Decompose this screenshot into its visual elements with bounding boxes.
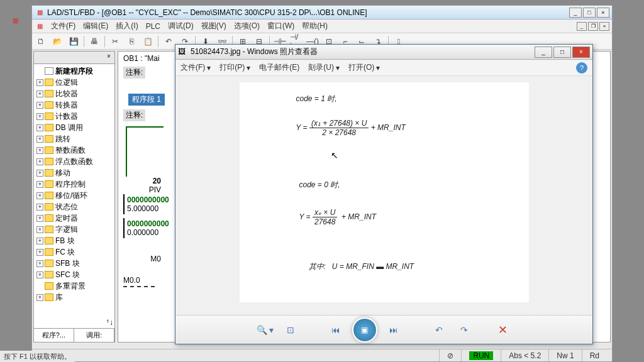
pv-menu-print[interactable]: 打印(P) ▾ [219, 62, 250, 73]
expand-icon[interactable]: + [36, 204, 43, 211]
mdi-close[interactable]: × [599, 22, 609, 31]
expand-icon[interactable]: + [36, 249, 43, 256]
delete-icon[interactable]: ✕ [494, 321, 512, 339]
segment-header[interactable]: 程序段 1 [128, 94, 165, 106]
pv-menu-open[interactable]: 打开(O) ▾ [348, 62, 380, 73]
tree-item[interactable]: SFC 块 [55, 270, 80, 280]
panel-pin-icon[interactable]: × [104, 53, 113, 62]
expand-icon[interactable]: + [36, 238, 43, 244]
undo-icon[interactable]: ↶ [162, 35, 175, 48]
expand-icon[interactable]: + [36, 260, 43, 267]
expand-icon[interactable]: + [36, 226, 43, 233]
tree-item[interactable]: 整数函数 [55, 145, 86, 156]
status-bar: ⊘ RUN Abs < 5.2 Nw 1 Rd [32, 349, 612, 361]
pv-minimize-button[interactable]: _ [535, 47, 552, 58]
open-icon[interactable]: 📂 [51, 35, 64, 48]
status-run: RUN [469, 351, 493, 360]
tree-item[interactable]: 移位/循环 [55, 190, 87, 201]
expand-icon[interactable]: + [36, 158, 43, 165]
menu-file[interactable]: 文件(F) [47, 19, 79, 33]
expand-icon[interactable]: + [36, 192, 43, 199]
cut-icon[interactable]: ✂ [109, 35, 121, 48]
pv-menu-file[interactable]: 文件(F) ▾ [180, 62, 211, 73]
rotate-cw-icon[interactable]: ↷ [455, 321, 473, 339]
rotate-ccw-icon[interactable]: ↶ [430, 321, 448, 339]
menu-edit[interactable]: 编辑(E) [79, 19, 112, 33]
photo-viewer-titlebar[interactable]: 🖼 510824473.jpg - Windows 照片查看器 _ □ × [175, 45, 592, 60]
expand-icon[interactable]: + [36, 170, 43, 177]
tree-item[interactable]: 移动 [55, 168, 70, 178]
mdi-icon: ▦ [35, 21, 45, 31]
left-tab-call[interactable]: 调用: [74, 329, 114, 342]
menu-plc[interactable]: PLC [142, 21, 164, 32]
left-tab-program[interactable]: 程序?... [34, 329, 74, 342]
tree-item[interactable]: DB 调用 [55, 123, 83, 133]
ladder-value: 5.000000 [127, 204, 158, 213]
app-icon-small: ▦ [35, 8, 45, 18]
pv-help-icon[interactable]: ? [576, 62, 587, 74]
pv-close-button[interactable]: × [572, 47, 590, 58]
mdi-minimize[interactable]: _ [577, 22, 587, 31]
expand-icon[interactable]: + [36, 113, 43, 120]
expand-icon[interactable]: + [36, 181, 43, 188]
expand-icon[interactable]: + [36, 272, 43, 278]
expand-icon[interactable]: + [36, 215, 43, 222]
slideshow-icon[interactable]: ▣ [352, 317, 377, 343]
tree-item[interactable]: 字逻辑 [55, 224, 78, 235]
window-title: LAD/STL/FBD - [@OB1 -- "CYCL_EXC" -- Dem… [47, 8, 569, 17]
tree-item[interactable]: 位逻辑 [55, 77, 78, 88]
pv-maximize-button[interactable]: □ [553, 47, 571, 58]
tree-item[interactable]: 跳转 [55, 134, 70, 145]
new-icon[interactable]: 🗋 [35, 35, 47, 48]
pv-menu-email[interactable]: 电子邮件(E) [259, 62, 299, 73]
close-button[interactable]: × [597, 8, 609, 18]
menu-insert[interactable]: 插入(I) [112, 19, 142, 33]
tree-item[interactable]: 库 [55, 292, 63, 303]
tree-item[interactable]: FC 块 [55, 247, 75, 258]
instruction-tree[interactable]: 新建程序段 +位逻辑 +比较器 +转换器 +计数器 +DB 调用 +跳转 +整数… [34, 64, 114, 317]
expand-icon[interactable]: + [36, 124, 43, 131]
minimize-button[interactable]: _ [569, 8, 582, 18]
expand-icon[interactable]: + [36, 136, 43, 143]
tree-new-segment[interactable]: 新建程序段 [55, 66, 93, 77]
save-icon[interactable]: 💾 [67, 35, 80, 48]
formula-text: code = 0 时, [299, 180, 340, 190]
tree-item[interactable]: 转换器 [55, 100, 78, 111]
formula-text: Y = xₑ × U 27648 + MR_INT [299, 208, 377, 226]
fit-icon[interactable]: ⊡ [282, 321, 299, 339]
expand-icon[interactable]: + [36, 79, 43, 86]
expand-icon[interactable]: + [36, 90, 43, 97]
mdi-restore[interactable]: ❐ [588, 22, 598, 31]
menu-view[interactable]: 视图(V) [197, 19, 230, 33]
photo-viewer-menu: 文件(F) ▾ 打印(P) ▾ 电子邮件(E) 刻录(U) ▾ 打开(O) ▾ … [175, 60, 592, 76]
next-icon[interactable]: ⏭ [385, 321, 402, 339]
menu-options[interactable]: 选项(O) [230, 19, 264, 33]
expand-icon[interactable]: + [36, 147, 43, 154]
tree-item[interactable]: 程序控制 [55, 179, 86, 190]
comment-label: 注释: [123, 109, 145, 121]
tree-item[interactable]: 比较器 [55, 89, 78, 99]
photo-viewer-title: 510824473.jpg - Windows 照片查看器 [191, 47, 533, 57]
pv-menu-burn[interactable]: 刻录(U) ▾ [308, 62, 340, 73]
paste-icon[interactable]: 📋 [142, 35, 154, 48]
tree-item[interactable]: 浮点数函数 [55, 156, 93, 167]
maximize-button[interactable]: □ [583, 8, 596, 18]
expand-icon[interactable]: + [36, 102, 43, 109]
help-hint: 按下 F1 以获取帮助。 [0, 351, 75, 362]
tree-item[interactable]: FB 块 [55, 236, 75, 246]
expand-icon[interactable]: + [36, 294, 43, 301]
tree-item[interactable]: 状态位 [55, 202, 78, 212]
tree-item[interactable]: 多重背景 [55, 281, 86, 292]
menu-debug[interactable]: 调试(D) [164, 19, 197, 33]
tree-item[interactable]: 定时器 [55, 213, 78, 224]
tree-item[interactable]: 计数器 [55, 111, 78, 122]
print-icon[interactable]: 🖶 [88, 35, 101, 48]
scroll-hint-icon[interactable]: ᵗ↓ [107, 318, 113, 327]
copy-icon[interactable]: ⎘ [125, 35, 138, 48]
prev-icon[interactable]: ⏮ [327, 321, 345, 339]
tree-item[interactable]: SFB 块 [55, 258, 80, 269]
zoom-icon[interactable]: 🔍 ▾ [257, 321, 274, 339]
menu-window[interactable]: 窗口(W) [264, 19, 298, 33]
menu-help[interactable]: 帮助(H) [298, 19, 331, 33]
status-offline-icon: ⊘ [439, 349, 461, 361]
